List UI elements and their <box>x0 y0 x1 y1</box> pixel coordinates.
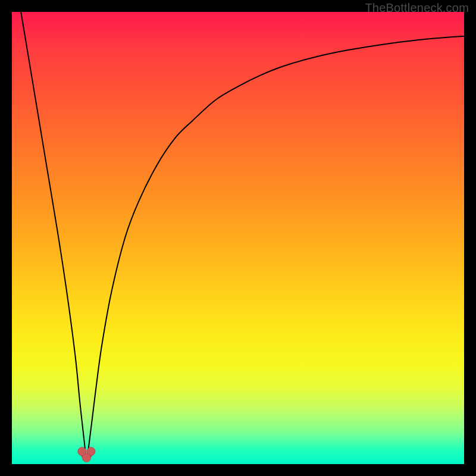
chart-svg <box>12 12 464 464</box>
optimum-marker-group <box>78 447 95 462</box>
optimum-marker-dot <box>82 453 90 462</box>
bottleneck-curve <box>21 12 464 460</box>
chart-frame <box>12 12 464 464</box>
watermark-text: TheBottleneck.com <box>365 1 469 15</box>
